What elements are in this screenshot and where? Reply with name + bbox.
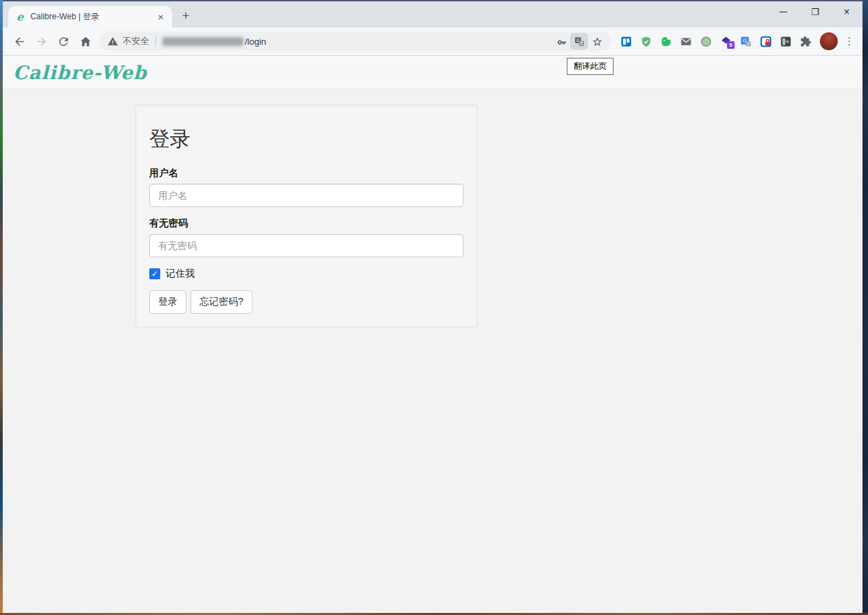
close-button[interactable]: × <box>831 1 862 22</box>
username-input[interactable] <box>149 184 464 207</box>
translate-page-icon: G 文 <box>574 36 585 47</box>
forward-icon <box>35 35 48 48</box>
login-actions: 登录 忘记密码? <box>149 290 464 314</box>
home-button[interactable] <box>75 31 96 52</box>
extension-google-translate-button[interactable]: G 文 <box>738 33 753 50</box>
url-separator <box>155 36 156 47</box>
browser-window: e Calibre-Web | 登录 × + — ❒ × <box>3 0 862 613</box>
site-navbar: Calibre-Web <box>3 56 862 89</box>
bookmark-button[interactable] <box>588 33 606 50</box>
new-tab-button[interactable]: + <box>176 6 195 25</box>
browser-toolbar: 不安全 /login G 文 <box>3 28 862 56</box>
door-arrow-icon <box>780 36 792 47</box>
url-path: /login <box>245 36 266 47</box>
extension-evernote-button[interactable] <box>658 33 673 50</box>
back-button[interactable] <box>9 31 30 52</box>
titlebar: e Calibre-Web | 登录 × + — ❒ × <box>3 1 862 28</box>
reload-icon <box>57 35 70 48</box>
login-heading: 登录 <box>149 125 464 153</box>
extension-proxy-button[interactable] <box>778 33 793 50</box>
password-input[interactable] <box>149 234 464 257</box>
translate-icon: G 文 <box>740 36 752 47</box>
key-icon <box>556 36 567 47</box>
remember-me-row: ✓ 记住我 <box>149 268 464 280</box>
tab-close-icon[interactable]: × <box>155 10 166 23</box>
forgot-password-button[interactable]: 忘记密码? <box>191 290 252 314</box>
url-redacted-segment <box>162 37 243 46</box>
browser-menu-button[interactable]: ⋮ <box>842 32 857 50</box>
extension-trello-button[interactable] <box>618 33 633 50</box>
profile-avatar[interactable] <box>820 32 838 50</box>
trello-board-icon <box>620 36 632 47</box>
tab-title: Calibre-Web | 登录 <box>30 11 155 23</box>
shield-check-icon <box>640 36 652 47</box>
calibre-web-favicon: e <box>17 12 23 23</box>
envelope-icon <box>680 36 692 47</box>
username-label: 用户名 <box>149 167 464 180</box>
window-controls: — ❒ × <box>768 1 862 22</box>
back-icon <box>13 35 26 48</box>
extension-privacy-button[interactable] <box>758 33 773 50</box>
circle-icon <box>700 36 712 47</box>
svg-text:文: 文 <box>746 42 750 46</box>
maximize-button[interactable]: ❒ <box>799 1 831 22</box>
extensions-area: 5 G 文 <box>616 33 816 50</box>
extension-badge: 5 <box>727 41 735 49</box>
minimize-button[interactable]: — <box>768 1 799 22</box>
bookmark-star-icon <box>592 36 603 47</box>
address-bar[interactable]: 不安全 /login G 文 <box>99 32 611 51</box>
calibre-web-logo[interactable]: Calibre-Web <box>13 62 147 83</box>
extension-circle-button[interactable] <box>698 33 713 50</box>
page-viewport: Calibre-Web 翻译此页 登录 用户名 有无密码 ✓ 记住我 登录 忘记… <box>3 56 862 613</box>
remember-me-checkbox[interactable]: ✓ <box>149 268 160 279</box>
warning-triangle-icon <box>107 36 118 47</box>
extension-mail-button[interactable] <box>678 33 693 50</box>
translate-this-page-tooltip: 翻译此页 <box>567 58 614 75</box>
remember-me-label[interactable]: 记住我 <box>166 268 195 280</box>
lock-icon <box>760 36 772 47</box>
security-label[interactable]: 不安全 <box>122 35 149 47</box>
extension-reader-button[interactable]: 5 <box>718 33 733 50</box>
password-label: 有无密码 <box>149 217 464 230</box>
extension-adguard-button[interactable] <box>638 33 653 50</box>
puzzle-icon <box>800 36 812 47</box>
forward-button[interactable] <box>31 31 52 52</box>
extensions-menu-button[interactable] <box>798 33 813 50</box>
reload-button[interactable] <box>53 31 74 52</box>
login-panel: 登录 用户名 有无密码 ✓ 记住我 登录 忘记密码? <box>135 105 477 327</box>
login-button[interactable]: 登录 <box>149 290 186 314</box>
login-content: 登录 用户名 有无密码 ✓ 记住我 登录 忘记密码? <box>3 89 862 327</box>
elephant-icon <box>660 36 672 47</box>
saved-password-button[interactable] <box>552 33 570 50</box>
desktop-sliver-right <box>862 0 868 615</box>
home-icon <box>79 35 92 48</box>
browser-tab[interactable]: e Calibre-Web | 登录 × <box>8 6 172 28</box>
svg-text:文: 文 <box>579 41 583 45</box>
translate-page-button[interactable]: G 文 <box>570 33 588 50</box>
